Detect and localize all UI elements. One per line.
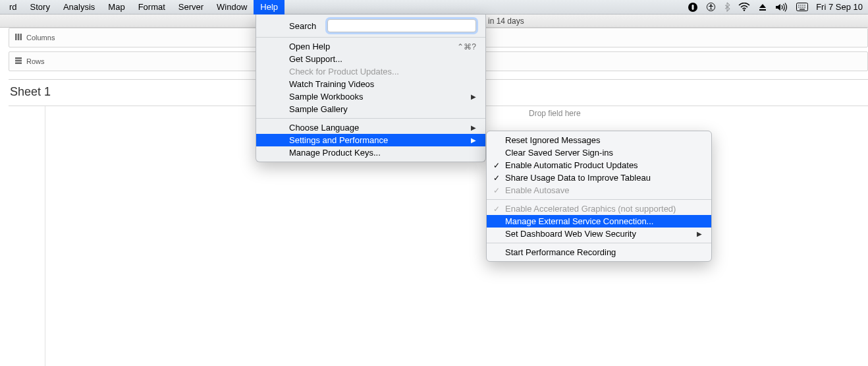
submenu-item-set-dashboard-web-view-security[interactable]: Set Dashboard Web View Security▶ <box>487 228 711 240</box>
submenu-arrow-icon: ▶ <box>697 230 702 237</box>
help-item-open-help[interactable]: Open Help⌃⌘? <box>256 40 485 53</box>
svg-point-8 <box>800 5 801 5</box>
menu-item-label: Open Help <box>289 42 457 51</box>
menu-item-label: Enable Automatic Product Updates <box>505 160 702 170</box>
svg-rect-17 <box>18 34 20 40</box>
svg-rect-5 <box>759 9 766 11</box>
menu-item-label: Manage Product Keys... <box>289 148 476 158</box>
checkmark-icon: ✓ <box>493 204 500 214</box>
menu-item-label: Choose Language <box>289 123 476 133</box>
menu-separator <box>487 199 711 200</box>
trial-text: in 14 days <box>488 16 524 26</box>
svg-point-9 <box>802 5 803 5</box>
menubar-right: Fri 7 Sep 10 <box>688 2 864 13</box>
svg-rect-21 <box>15 63 22 65</box>
svg-rect-1 <box>692 5 694 10</box>
columns-icon <box>14 33 22 42</box>
help-search-input[interactable] <box>327 19 476 32</box>
rows-icon <box>14 57 22 66</box>
help-item-settings-and-performance[interactable]: Settings and Performance▶ <box>256 134 485 146</box>
submenu-item-start-performance-recording[interactable]: Start Performance Recording <box>487 246 711 259</box>
menu-item-label: Set Dashboard Web View Security <box>505 229 702 239</box>
menu-item-label: Sample Workbooks <box>289 92 476 102</box>
menu-server[interactable]: Server <box>172 0 210 15</box>
help-item-choose-language[interactable]: Choose Language▶ <box>256 121 485 134</box>
menu-separator <box>256 37 485 38</box>
input-source-icon[interactable] <box>796 3 808 11</box>
help-item-watch-training-videos[interactable]: Watch Training Videos <box>256 78 485 90</box>
submenu-item-enable-accelerated-graphics-not-supported: ✓Enable Accelerated Graphics (not suppor… <box>487 202 711 215</box>
submenu-arrow-icon: ▶ <box>471 137 476 144</box>
menu-item-label: Clear Saved Server Sign-ins <box>505 148 702 158</box>
svg-point-14 <box>804 7 805 7</box>
submenu-item-enable-automatic-product-updates[interactable]: ✓Enable Automatic Product Updates <box>487 159 711 171</box>
submenu-item-reset-ignored-messages[interactable]: Reset Ignored Messages <box>487 134 711 146</box>
drop-hint: Drop field here <box>529 109 581 118</box>
help-item-sample-gallery[interactable]: Sample Gallery <box>256 103 485 115</box>
settings-performance-submenu: Reset Ignored MessagesClear Saved Server… <box>486 131 712 262</box>
submenu-item-clear-saved-server-sign-ins[interactable]: Clear Saved Server Sign-ins <box>487 146 711 159</box>
svg-rect-15 <box>800 9 805 10</box>
menu-separator <box>487 243 711 243</box>
svg-point-3 <box>710 4 711 5</box>
svg-rect-20 <box>15 60 22 62</box>
menu-format[interactable]: Format <box>132 0 172 15</box>
menu-help[interactable]: Help <box>254 0 285 15</box>
submenu-item-enable-autosave: ✓Enable Autosave <box>487 184 711 197</box>
svg-point-11 <box>798 7 799 7</box>
submenu-item-share-usage-data-to-improve-tableau[interactable]: ✓Share Usage Data to Improve Tableau <box>487 171 711 184</box>
wifi-icon[interactable] <box>738 3 750 11</box>
help-item-sample-workbooks[interactable]: Sample Workbooks▶ <box>256 90 485 103</box>
svg-point-13 <box>802 7 803 7</box>
menu-item-shortcut: ⌃⌘? <box>457 42 476 51</box>
eject-icon[interactable] <box>758 3 767 12</box>
menu-truncated[interactable]: rd <box>3 0 24 15</box>
bluetooth-icon[interactable] <box>724 2 730 12</box>
menu-window[interactable]: Window <box>210 0 254 15</box>
svg-point-10 <box>804 5 805 5</box>
checkmark-icon: ✓ <box>493 161 500 170</box>
help-item-manage-product-keys[interactable]: Manage Product Keys... <box>256 146 485 159</box>
submenu-arrow-icon: ▶ <box>471 93 476 100</box>
help-search-row: Search <box>256 17 485 34</box>
menu-map[interactable]: Map <box>101 0 131 15</box>
menu-item-label: Manage External Service Connection... <box>505 216 702 226</box>
app-indicator-icon[interactable] <box>688 2 698 13</box>
menu-item-label: Settings and Performance <box>289 135 476 145</box>
submenu-item-manage-external-service-connection[interactable]: Manage External Service Connection... <box>487 215 711 228</box>
menu-separator <box>256 118 485 119</box>
svg-point-7 <box>798 5 799 5</box>
menubar-date[interactable]: Fri 7 Sep 10 <box>816 2 863 12</box>
menu-item-label: Get Support... <box>289 54 476 64</box>
volume-icon[interactable] <box>775 3 788 12</box>
mac-menubar: rd Story Analysis Map Format Server Wind… <box>0 0 868 15</box>
menu-item-label: Check for Product Updates... <box>289 67 476 76</box>
help-search-label: Search <box>289 21 322 31</box>
submenu-arrow-icon: ▶ <box>471 124 476 131</box>
rows-label: Rows <box>26 57 45 65</box>
accessibility-icon[interactable] <box>706 2 716 12</box>
menu-item-label: Reset Ignored Messages <box>505 135 702 145</box>
menu-item-label: Enable Autosave <box>505 185 702 195</box>
svg-rect-18 <box>20 34 22 40</box>
menu-item-label: Enable Accelerated Graphics (not support… <box>505 204 702 214</box>
svg-point-4 <box>744 9 745 11</box>
canvas-divider <box>45 106 45 366</box>
help-item-check-for-product-updates: Check for Product Updates... <box>256 65 485 78</box>
menu-item-label: Watch Training Videos <box>289 79 476 89</box>
help-dropdown: Search Open Help⌃⌘?Get Support...Check f… <box>256 15 486 162</box>
svg-rect-16 <box>15 34 17 40</box>
help-item-get-support[interactable]: Get Support... <box>256 53 485 65</box>
svg-point-12 <box>800 7 801 7</box>
columns-label: Columns <box>26 34 55 42</box>
checkmark-icon: ✓ <box>493 186 500 195</box>
menu-analysis[interactable]: Analysis <box>57 0 101 15</box>
menu-item-label: Sample Gallery <box>289 104 476 114</box>
menu-item-label: Start Performance Recording <box>505 247 702 257</box>
checkmark-icon: ✓ <box>493 173 500 183</box>
menu-story[interactable]: Story <box>24 0 57 15</box>
menu-item-label: Share Usage Data to Improve Tableau <box>505 173 702 183</box>
svg-rect-19 <box>15 57 22 59</box>
menubar-menus: rd Story Analysis Map Format Server Wind… <box>3 0 285 15</box>
